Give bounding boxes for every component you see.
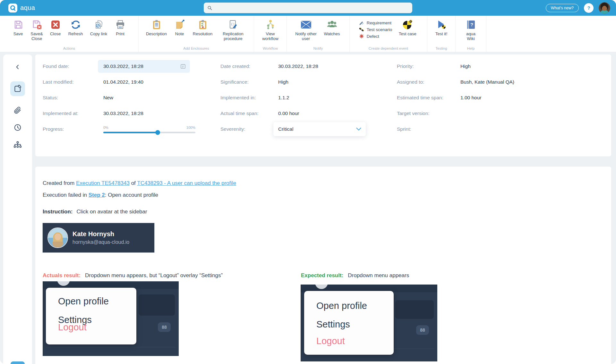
menu-item-open-profile[interactable]: Open profile	[58, 296, 109, 307]
ribbon-group-workflow: View workflow Workflow	[254, 16, 287, 52]
execution-link[interactable]: Execution TE5478343	[76, 180, 130, 186]
view-workflow-button[interactable]: View workflow	[260, 19, 281, 41]
save-button[interactable]: Save	[11, 19, 26, 36]
watches-people-icon	[326, 19, 338, 30]
severity-dropdown[interactable]: Critical	[273, 122, 366, 136]
field-severity: Severenity: Critical	[220, 121, 390, 137]
print-icon	[115, 19, 125, 30]
whats-new-button[interactable]: What's new?	[546, 4, 579, 12]
field-priority: Priority: High	[397, 58, 577, 74]
test-it-button[interactable]: Test it!	[432, 19, 450, 36]
profile-email: hornyska@aqua-cloud.io	[73, 239, 129, 245]
progress-fill	[103, 132, 158, 133]
defect-button[interactable]: Defect	[359, 34, 392, 39]
header-actions: What's new? ?	[546, 0, 610, 16]
testcase-link[interactable]: TC438293 - A user can upload the profile	[137, 180, 236, 186]
ribbon-group-dependent: Requirement Test scenario Defect Test ca…	[350, 16, 427, 52]
item-details-panel: Found date: 30.03.2022, 18:28 Last modif…	[35, 54, 611, 156]
fields-column-3: Priority: High Assigned to: Bush, Kate (…	[397, 58, 577, 137]
note-button[interactable]: Note	[172, 19, 187, 36]
ribbon-group-label-actions: Actions	[0, 46, 138, 50]
ribbon-group-testing: Test it! Testing	[427, 16, 456, 52]
notify-other-user-button[interactable]: Notify other user	[294, 19, 318, 41]
ribbon-group-notify: Notify other user Watches Notify	[287, 16, 350, 52]
save-close-icon	[32, 19, 42, 30]
actual-result-label: Actuals result:	[43, 272, 81, 278]
test-scenario-button[interactable]: Test scenario	[359, 27, 392, 32]
copy-link-button[interactable]: Copy link	[89, 19, 109, 36]
defect-bug-icon	[359, 34, 364, 39]
close-button[interactable]: Close	[48, 19, 63, 36]
notification-badge: 88	[158, 322, 171, 332]
ribbon-group-label-workflow: Workflow	[254, 46, 287, 50]
paperclip-icon	[13, 106, 22, 114]
test-case-icon	[402, 19, 413, 30]
field-status: Status: New	[43, 90, 213, 105]
app-window: aqua What's new? ?	[0, 0, 616, 364]
field-significance: Significance: High	[220, 74, 390, 90]
field-found-date: Found date: 30.03.2022, 18:28	[43, 58, 213, 74]
save-icon	[13, 19, 23, 30]
ribbon-group-label-dependent: Create dependent event	[350, 46, 427, 50]
menu-item-open-profile[interactable]: Open profile	[316, 301, 367, 311]
menu-item-logout[interactable]: Logout	[58, 322, 87, 333]
step-link[interactable]: Step 2	[89, 192, 105, 198]
field-date-created: Date created: 30.03.2022, 18:28	[220, 58, 390, 74]
progress-track[interactable]	[103, 132, 195, 133]
progress-thumb[interactable]	[155, 130, 160, 135]
search-icon	[207, 5, 213, 11]
refresh-icon	[71, 19, 81, 30]
requirement-button[interactable]: Requirement	[359, 20, 392, 25]
ribbon-group-label-notify: Notify	[287, 46, 349, 50]
screenshot-divider	[46, 347, 175, 347]
instruction-label: Instruction:	[43, 209, 73, 215]
help-button[interactable]: ?	[584, 3, 594, 13]
sidebar-item-attachments[interactable]	[13, 105, 23, 115]
view-workflow-icon	[265, 19, 276, 30]
notification-badge: 88	[416, 325, 429, 335]
resolution-button[interactable]: Resolution	[191, 19, 215, 36]
screenshot-input-box	[395, 300, 434, 319]
user-avatar[interactable]	[599, 2, 610, 14]
sidebar-item-history[interactable]	[13, 122, 23, 133]
requirement-icon	[359, 20, 364, 25]
sidebar-item-edit[interactable]	[10, 81, 25, 96]
collapse-sidebar-button[interactable]	[13, 62, 22, 72]
ribbon-group-label-testing: Testing	[427, 46, 455, 50]
execution-failed-line: Execution failed in Step 2: Open account…	[43, 192, 158, 198]
watches-button[interactable]: Watches	[322, 19, 342, 36]
print-button[interactable]: Print	[113, 19, 128, 36]
progress-max-label: 100%	[186, 126, 195, 129]
dropdown-menu: Open profile Settings Logout	[46, 288, 136, 344]
calendar-icon	[180, 63, 186, 69]
replication-procedure-button[interactable]: {) Replication procedure	[218, 19, 248, 41]
aqua-wiki-icon: ?	[466, 19, 476, 30]
actual-result-line: Actuals result:Dropdown menu appears, bu…	[43, 272, 223, 279]
created-from-line: Created from Execution TE5478343 of TC43…	[43, 180, 236, 186]
close-icon	[51, 19, 60, 30]
search-input[interactable]	[215, 5, 409, 11]
global-search[interactable]	[204, 3, 412, 13]
sidebar-bottom-button-partial[interactable]	[11, 361, 25, 364]
clock-icon	[13, 123, 22, 132]
test-case-button[interactable]: Test case	[397, 19, 418, 36]
found-date-input[interactable]: 30.03.2022, 18:28	[98, 60, 190, 73]
menu-item-logout[interactable]: Logout	[316, 336, 345, 346]
embedded-profile-screenshot: Kate Hornysh hornyska@aqua-cloud.io	[43, 223, 154, 252]
kate-avatar	[47, 228, 68, 248]
field-sprint: Sprint:	[397, 121, 577, 137]
aqua-wiki-button[interactable]: ? aqua Wiki	[464, 19, 478, 41]
chevron-down-icon	[356, 128, 361, 131]
sidebar-item-hierarchy[interactable]	[12, 140, 23, 151]
note-icon	[175, 19, 185, 30]
refresh-button[interactable]: Refresh	[67, 19, 85, 36]
user-avatar-photo	[599, 2, 610, 14]
expected-result-line: Expected result:Dropdown menu appears	[301, 272, 409, 279]
menu-item-settings[interactable]: Settings	[316, 319, 350, 330]
ribbon-group-enclosures: Description Note Resolution {) Replicati…	[139, 16, 254, 52]
field-estimated-time-span: Estimated time span: 1.00 hour	[397, 90, 577, 105]
dropdown-menu: Open profile Settings Logout	[304, 291, 394, 355]
save-close-button[interactable]: Save& Close	[30, 19, 44, 41]
aqua-logo[interactable]: aqua	[8, 4, 35, 12]
description-button[interactable]: Description	[145, 19, 168, 36]
